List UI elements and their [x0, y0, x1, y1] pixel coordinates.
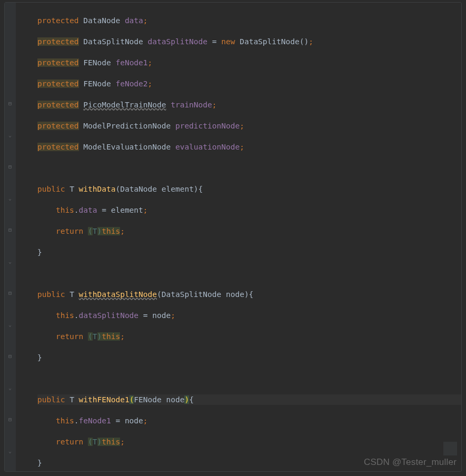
- code-line: this.dataSplitNode = node;: [37, 310, 461, 321]
- fold-icon[interactable]: ⌄: [7, 132, 13, 138]
- code-line: return (T)this;: [37, 331, 461, 342]
- fold-icon[interactable]: ⊟: [7, 164, 13, 170]
- resize-corner-icon: [443, 442, 457, 455]
- code-line: protected ModelPredictionNode prediction…: [37, 121, 461, 131]
- fold-icon[interactable]: ⊟: [7, 227, 13, 233]
- code-line: [37, 373, 461, 384]
- code-line: protected ModelEvaluationNode evaluation…: [37, 142, 461, 152]
- fold-icon[interactable]: ⊟: [7, 417, 13, 423]
- code-line: return (T)this;: [37, 437, 461, 447]
- fold-icon[interactable]: ⌄: [7, 259, 13, 265]
- code-line: protected PicoModelTrainNode trainNode;: [37, 100, 461, 110]
- code-line: this.feNode1 = node;: [37, 415, 461, 426]
- code-line: protected FENode feNode1;: [37, 57, 461, 68]
- code-line: protected FENode feNode2;: [37, 78, 461, 89]
- code-line: public T withDataSplitNode(DataSplitNode…: [37, 289, 461, 300]
- code-line: }: [37, 352, 461, 363]
- gutter: ⊟ ⌄ ⊟ ⌄ ⊟ ⌄ ⊟ ⌄ ⊟ ⌄ ⊟ ⌄: [5, 3, 16, 471]
- code-line: [37, 268, 461, 279]
- fold-icon[interactable]: ⊟: [7, 101, 13, 107]
- watermark: CSDN @Tester_muller: [364, 457, 457, 468]
- code-line: [37, 163, 461, 173]
- fold-icon[interactable]: ⊟: [7, 290, 13, 296]
- fold-icon[interactable]: ⌄: [7, 448, 13, 454]
- fold-icon[interactable]: ⊟: [7, 353, 13, 360]
- code-line: }: [37, 247, 461, 257]
- fold-icon[interactable]: ⌄: [7, 385, 13, 391]
- code-area[interactable]: protected DataNode data; protected DataS…: [16, 3, 461, 471]
- code-line: return (T)this;: [37, 226, 461, 236]
- code-line: this.data = element;: [37, 205, 461, 215]
- code-line: protected DataSplitNode dataSplitNode = …: [37, 36, 461, 47]
- code-line: protected DataNode data;: [37, 15, 461, 26]
- fold-icon[interactable]: ⌄: [7, 322, 13, 328]
- code-line-highlighted: public T withFENode1(FENode node){: [37, 394, 461, 405]
- code-line: public T withData(DataNode element){: [37, 184, 461, 194]
- code-editor[interactable]: ⊟ ⌄ ⊟ ⌄ ⊟ ⌄ ⊟ ⌄ ⊟ ⌄ ⊟ ⌄ protected DataNo…: [4, 2, 462, 472]
- fold-icon[interactable]: ⌄: [7, 195, 13, 202]
